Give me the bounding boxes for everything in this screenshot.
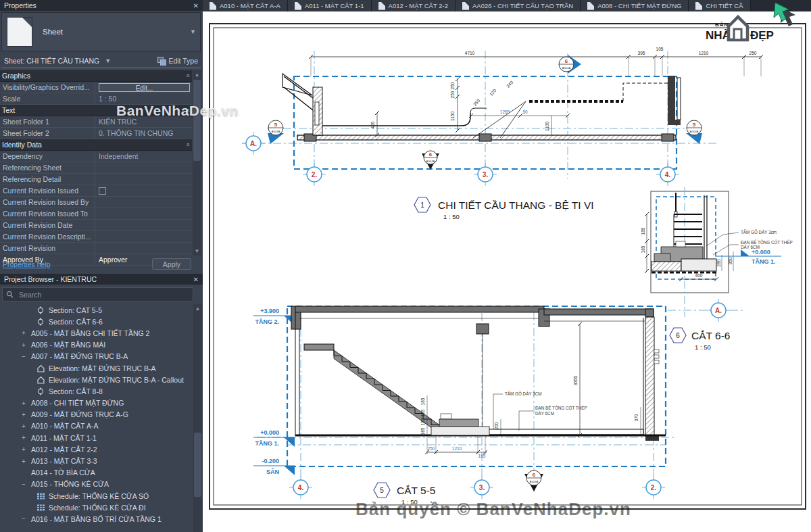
property-value[interactable] bbox=[95, 162, 192, 173]
property-value[interactable] bbox=[95, 185, 192, 196]
property-value[interactable] bbox=[95, 197, 192, 208]
svg-text:A.: A. bbox=[715, 307, 722, 314]
close-icon[interactable]: ✕ bbox=[193, 276, 199, 283]
tree-item[interactable]: +A012 - MẶT CẮT 2-2 bbox=[0, 443, 193, 455]
tree-expander-icon[interactable]: + bbox=[20, 329, 27, 337]
svg-text:6: 6 bbox=[676, 332, 680, 339]
property-row: Current Revision Issued To bbox=[0, 208, 192, 220]
tree-item-label: A011 - MẶT CẮT 1-1 bbox=[31, 434, 97, 442]
sheet-tab[interactable]: CHI TIẾT CẦ bbox=[689, 0, 750, 11]
tree-expander-icon[interactable]: + bbox=[20, 341, 27, 349]
dim-label: 1265 bbox=[500, 110, 510, 114]
chevron-down-icon[interactable]: ▼ bbox=[105, 57, 111, 64]
property-value[interactable]: Independent bbox=[95, 151, 192, 162]
property-value[interactable] bbox=[95, 220, 192, 231]
tree-item[interactable]: +A011 - MẶT CẮT 1-1 bbox=[0, 432, 193, 443]
tree-item-label: Section: CẮT 8-8 bbox=[49, 387, 103, 395]
tree-item[interactable]: Section: CẮT 8-8 bbox=[0, 385, 193, 397]
dim-label: 165 bbox=[420, 427, 425, 435]
dim-label: 400 bbox=[370, 121, 375, 128]
chevron-down-icon[interactable]: ▼ bbox=[190, 28, 196, 35]
tree-item[interactable]: Section: CAT 5-5 bbox=[0, 304, 193, 316]
copyright-watermark: Bản quyền © BanVeNhaDep.vn bbox=[355, 499, 631, 519]
tree-expander-icon[interactable]: − bbox=[20, 515, 27, 523]
tree-expander-icon[interactable]: + bbox=[20, 400, 27, 407]
dim-label: 185 bbox=[420, 409, 425, 416]
section-label: Identity Data bbox=[0, 141, 42, 149]
scrollbar-thumb[interactable] bbox=[193, 80, 201, 161]
properties-footer: Properties help Apply bbox=[0, 256, 203, 272]
tree-expander-icon[interactable]: + bbox=[20, 458, 27, 465]
tree-item[interactable]: A014 - TỜ BÌA CỬA bbox=[0, 467, 193, 479]
properties-help-link[interactable]: Properties help bbox=[3, 260, 51, 268]
svg-text:A004A: A004A bbox=[562, 66, 571, 70]
dim-label: 185 bbox=[641, 227, 645, 235]
left-panel-column: Properties ✕ Sheet ▼ Sheet: CHI TIẾT CẦU… bbox=[0, 0, 203, 532]
type-selector[interactable]: Sheet ▼ bbox=[1, 12, 201, 51]
tree-item[interactable]: Elevation: MẶT ĐỨNG TRỤC B-A - Callout bbox=[0, 374, 193, 385]
section-label: Graphics bbox=[0, 72, 30, 80]
dim-label: 280 bbox=[716, 259, 721, 266]
tree-item-label: A006 - MẶT BẰNG MÁI bbox=[31, 341, 105, 349]
scroll-up-icon[interactable]: ▲ bbox=[193, 304, 202, 313]
property-value[interactable] bbox=[95, 174, 192, 185]
collapse-icon[interactable]: » bbox=[184, 74, 191, 77]
dim-label: 350 bbox=[728, 257, 733, 264]
scroll-down-icon[interactable]: ▼ bbox=[193, 247, 201, 256]
tree-item[interactable]: +A006 - MẶT BẰNG MÁI bbox=[0, 339, 193, 351]
tree-expander-icon[interactable]: + bbox=[20, 434, 27, 441]
tree-item[interactable]: +A009 - MẶT ĐỨNG TRỤC A-G bbox=[0, 409, 193, 420]
scrollbar-thumb[interactable] bbox=[194, 433, 201, 497]
property-label: Dependency bbox=[0, 151, 95, 162]
tree-item[interactable]: Section: CẮT 6-6 bbox=[0, 316, 193, 327]
collapse-icon[interactable]: » bbox=[184, 143, 191, 146]
property-value[interactable]: Edit... bbox=[95, 82, 192, 93]
checkbox[interactable] bbox=[99, 187, 106, 195]
dim-label: 185 bbox=[420, 397, 425, 405]
scroll-up-icon[interactable]: ▲ bbox=[193, 70, 201, 79]
properties-scrollbar[interactable]: ▲ ▼ bbox=[193, 70, 201, 256]
tree-expander-icon[interactable]: − bbox=[20, 481, 27, 488]
edit-type-button[interactable]: Edit Type bbox=[157, 57, 201, 65]
tree-item[interactable]: +A008 - CHI TIẾT MẶT ĐỨNG bbox=[0, 397, 193, 409]
tree-item[interactable]: +A005 - MẶT BẰNG CHI TIẾT TẦNG 2 bbox=[0, 327, 193, 339]
drawing-canvas[interactable]: BẢN VẼ NHÀ ĐẸP bbox=[203, 11, 811, 532]
property-value[interactable]: 0. THÔNG TIN CHUNG bbox=[95, 128, 192, 139]
sheet-tab[interactable]: A011 - MẶT CẮT 1-1 bbox=[288, 0, 372, 11]
properties-titlebar: Properties ✕ bbox=[0, 0, 203, 11]
property-value[interactable] bbox=[95, 208, 192, 219]
property-value[interactable] bbox=[95, 243, 192, 253]
svg-text:CẮT 6-6: CẮT 6-6 bbox=[691, 330, 730, 341]
browser-search-box[interactable] bbox=[2, 287, 193, 301]
apply-button[interactable]: Apply bbox=[152, 258, 191, 270]
tree-item-label: A016 - MẶT BẰNG BỐ TRÍ CỬA TẦNG 1 bbox=[31, 515, 162, 523]
sheet-tab[interactable]: A008 - CHI TIẾT MẶT ĐỨNG bbox=[581, 0, 689, 11]
tree-item-label: A010 - MẶT CẮT A-A bbox=[31, 422, 98, 430]
tree-expander-icon[interactable]: − bbox=[20, 353, 27, 360]
tree-item[interactable]: −A016 - MẶT BẰNG BỐ TRÍ CỬA TẦNG 1 bbox=[0, 513, 193, 525]
svg-text:5: 5 bbox=[274, 122, 278, 128]
property-row: Visibility/Graphics Overrid...Edit... bbox=[0, 82, 192, 93]
tree-item[interactable]: Elevation: MẶT ĐỨNG TRỤC B-A bbox=[0, 362, 193, 374]
browser-scrollbar[interactable]: ▲ bbox=[193, 304, 202, 532]
search-input[interactable] bbox=[18, 290, 193, 299]
tree-item[interactable]: −A015 - THỐNG KÊ CỬA bbox=[0, 479, 193, 490]
tree-expander-icon[interactable]: + bbox=[20, 411, 27, 418]
close-icon[interactable]: ✕ bbox=[193, 2, 199, 9]
tree-item[interactable]: Schedule: THỐNG KÊ CỬA SỔ bbox=[0, 490, 193, 502]
tree-item[interactable]: −A007 - MẶT ĐỨNG TRỤC B-A bbox=[0, 351, 193, 362]
svg-text:+0.000: +0.000 bbox=[752, 249, 770, 256]
property-value[interactable] bbox=[95, 231, 192, 242]
sheet-tab[interactable]: A012 - MẶT CẮT 2-2 bbox=[372, 0, 456, 11]
tree-item[interactable]: +A010 - MẶT CẮT A-A bbox=[0, 420, 193, 432]
tree-item[interactable]: Schedule: THỐNG KÊ CỬA ĐI bbox=[0, 502, 193, 513]
tree-expander-icon[interactable]: + bbox=[20, 422, 27, 430]
edit-visibility-button[interactable]: Edit... bbox=[99, 83, 190, 92]
sheet-tab[interactable]: AA026 - CHI TIẾT CẤU TẠO TRẦN bbox=[456, 0, 581, 11]
tree-item[interactable]: +A013 - MẶT CẮT 3-3 bbox=[0, 455, 193, 466]
sheet-tab[interactable]: A010 - MẶT CẮT A-A bbox=[203, 0, 288, 11]
tree-item-label: Elevation: MẶT ĐỨNG TRỤC B-A - Callout bbox=[49, 376, 184, 384]
type-name-label[interactable]: Sheet: CHI TIẾT CẦU THANG bbox=[4, 57, 99, 65]
tree-expander-icon[interactable]: + bbox=[20, 445, 27, 453]
sheet-file-icon bbox=[462, 2, 469, 10]
